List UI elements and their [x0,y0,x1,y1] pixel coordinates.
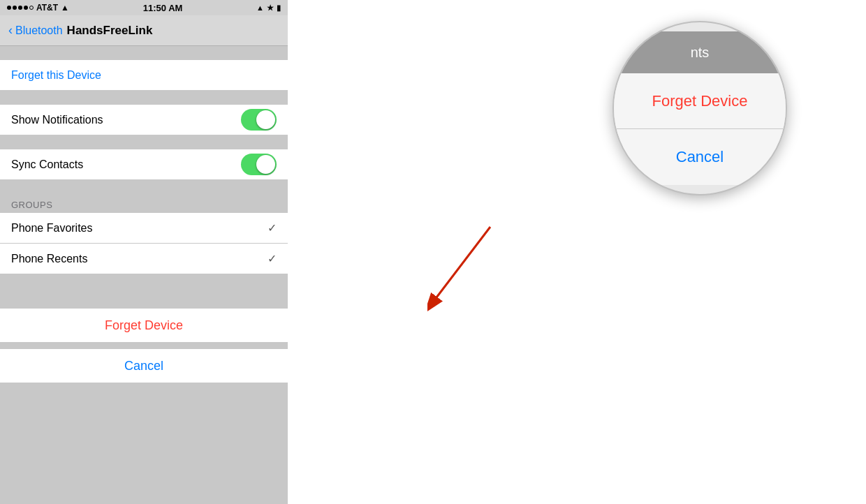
status-right: ▲ ★ ▮ [256,3,281,13]
sync-contacts-row: Sync Contacts [0,149,288,180]
battery-icon: ▮ [277,3,281,13]
signal-dots [7,6,34,10]
phone-recents-row[interactable]: Phone Recents ✓ [0,244,288,274]
magnify-cancel[interactable]: Cancel [614,129,786,185]
forget-device-button[interactable]: Forget Device [0,308,288,343]
dot4 [24,6,28,10]
spacer1 [0,91,288,105]
dot5 [29,6,34,10]
magnify-forget-label: Forget Device [652,92,748,110]
dot2 [13,6,17,10]
groups-section-header: GROUPS [0,194,288,213]
bluetooth-icon: ★ [267,3,274,13]
cancel-button[interactable]: Cancel [0,348,288,383]
carrier-label: AT&T [36,3,58,13]
location-icon: ▲ [256,3,264,12]
phone-favorites-label: Phone Favorites [11,222,93,235]
dot3 [18,6,22,10]
phone-recents-label: Phone Recents [11,253,87,265]
wifi-icon: ▲ [61,3,69,13]
status-bar: AT&T ▲ 11:50 AM ▲ ★ ▮ [0,0,288,15]
show-notifications-row: Show Notifications [0,105,288,135]
chevron-left-icon: ‹ [8,23,13,38]
sync-contacts-toggle[interactable] [241,154,277,175]
back-button[interactable]: ‹ Bluetooth [8,23,63,38]
back-label: Bluetooth [15,24,63,37]
dot1 [7,6,11,10]
magnify-circle: nts Forget Device Cancel [612,21,787,195]
magnify-forget-device[interactable]: Forget Device [614,73,786,129]
settings-content: Forget this Device Show Notifications Sy… [0,46,288,504]
spacer4 [0,274,288,288]
spacer5 [0,288,288,302]
phone-favorites-check-icon: ✓ [267,221,277,235]
status-left: AT&T ▲ [7,3,69,13]
show-notifications-label: Show Notifications [11,114,103,126]
spacer2 [0,135,288,149]
magnify-top-section: nts [614,31,786,73]
phone-favorites-row[interactable]: Phone Favorites ✓ [0,213,288,244]
sync-contacts-label: Sync Contacts [11,158,83,171]
phone-panel: AT&T ▲ 11:50 AM ▲ ★ ▮ ‹ Bluetooth HandsF… [0,0,288,504]
magnify-cancel-label: Cancel [676,148,724,166]
page-title: HandsFreeLink [67,24,153,38]
right-panel: nts Forget Device Cancel [288,0,866,504]
forget-device-row[interactable]: Forget this Device [0,60,288,91]
toggle-knob [256,110,275,129]
svg-line-1 [434,227,490,300]
nav-bar: ‹ Bluetooth HandsFreeLink [0,15,288,46]
show-notifications-toggle[interactable] [241,109,277,131]
phone-recents-check-icon: ✓ [267,252,277,265]
status-time: 11:50 AM [143,3,183,13]
bottom-buttons: Forget Device Cancel [0,302,288,394]
magnify-top-text: nts [691,45,710,61]
forget-device-label: Forget this Device [11,69,101,82]
top-spacer [0,46,288,60]
toggle-knob2 [256,155,275,174]
spacer3 [0,180,288,194]
